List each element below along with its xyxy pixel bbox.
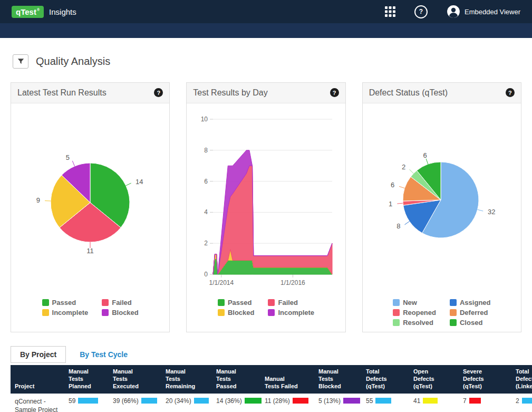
legend-swatch <box>450 309 457 316</box>
legend-swatch <box>450 299 457 306</box>
legend-label: Resolved <box>403 319 433 327</box>
card-latest-test-run-results: Latest Test Run Results ? 141195 PassedF… <box>11 82 170 332</box>
legend-item-reopened[interactable]: Reopened <box>393 309 436 317</box>
table-header-row: ProjectManual Tests PlannedManual Tests … <box>11 365 532 394</box>
legend-item-failed[interactable]: Failed <box>268 299 298 306</box>
brand-group: qTest® Insights <box>12 6 76 18</box>
legend-item-incomplete[interactable]: Incomplete <box>42 309 89 317</box>
pie-value-label: 1 <box>389 199 392 207</box>
qtest-logo[interactable]: qTest® <box>12 6 44 18</box>
tab-by-test-cycle[interactable]: By Test Cycle <box>80 350 128 359</box>
legend-item-deferred[interactable]: Deferred <box>450 309 488 317</box>
legend-item-passed[interactable]: Passed <box>42 299 76 306</box>
legend-swatch <box>450 319 457 326</box>
metric-value: 59 <box>69 397 75 405</box>
legend-item-blocked[interactable]: Blocked <box>218 309 255 317</box>
legend-item-failed[interactable]: Failed <box>102 299 132 306</box>
metric-cell: 39 (66%) <box>109 394 161 412</box>
card-help-icon[interactable]: ? <box>506 88 515 97</box>
metric-bar <box>375 398 391 404</box>
card-help-icon[interactable]: ? <box>330 88 339 97</box>
card-title: Latest Test Run Results <box>17 88 107 98</box>
legend-item-closed[interactable]: Closed <box>450 319 482 327</box>
column-header: Total Defects (qTest) <box>362 365 409 394</box>
legend-swatch <box>102 309 109 316</box>
metric-cell: 55 <box>362 394 409 412</box>
legend-item-new[interactable]: New <box>393 299 417 306</box>
nav-help-icon[interactable]: ? <box>414 5 428 18</box>
metric-cell: 59 <box>64 394 109 412</box>
column-header: Manual Tests Blocked <box>314 365 362 394</box>
table-body: qConnect - Sample Project5939 (66%)20 (3… <box>11 394 532 412</box>
metric-bar <box>293 398 308 404</box>
registered-mark: ® <box>37 8 40 12</box>
pie-label-connector <box>426 159 428 164</box>
column-header: Manual Tests Remaining <box>161 365 212 394</box>
legend-item-passed[interactable]: Passed <box>218 299 252 306</box>
secondary-navbar <box>0 23 532 38</box>
metric-value: 55 <box>366 397 373 405</box>
user-name: Embedded Viewer <box>465 8 520 16</box>
metric-bar <box>245 398 262 404</box>
filter-button[interactable] <box>13 54 28 69</box>
metric-bar <box>343 398 360 404</box>
legend-label: Passed <box>228 299 252 306</box>
apps-grid-icon[interactable] <box>385 6 395 17</box>
chart-legend: PassedFailedIncompleteBlocked <box>42 299 139 317</box>
metric-cell: 14 (36%) <box>212 394 260 412</box>
legend-label: Blocked <box>228 309 255 317</box>
metric-value: 14 (36%) <box>216 397 242 405</box>
metric-cell: 20 (34%) <box>161 394 212 412</box>
metric-cell: 2 <box>511 394 532 412</box>
pie-value-label: 6 <box>391 181 394 189</box>
project-metrics-table: ProjectManual Tests PlannedManual Tests … <box>11 365 532 412</box>
metric-value: 2 <box>516 397 519 405</box>
column-header: Manual Tests Planned <box>64 365 109 394</box>
navbar-actions: ? Embedded Viewer <box>385 5 520 18</box>
pie-value-label: 32 <box>488 207 495 215</box>
pie-label-connector <box>409 169 413 174</box>
pie-label-connector <box>404 221 409 224</box>
tab-by-project[interactable]: By Project <box>11 346 66 363</box>
legend-swatch <box>268 309 275 316</box>
pie-value-label: 6 <box>423 151 427 159</box>
y-axis-label: 2 <box>205 239 208 247</box>
legend-label: Failed <box>278 299 298 306</box>
y-axis-label: 6 <box>205 177 208 185</box>
funnel-icon <box>17 58 24 65</box>
legend-swatch <box>268 299 275 306</box>
pie-value-label: 9 <box>36 196 40 204</box>
user-menu[interactable]: Embedded Viewer <box>447 5 520 18</box>
legend-label: New <box>403 299 417 306</box>
column-header: Project <box>11 365 64 394</box>
column-header: Open Defects (qTest) <box>409 365 459 394</box>
legend-swatch <box>42 309 49 316</box>
card-help-icon[interactable]: ? <box>154 88 163 97</box>
pie-value-label: 8 <box>396 222 400 230</box>
metric-value: 11 (28%) <box>265 397 290 405</box>
legend-label: Failed <box>112 299 132 306</box>
metric-value: 7 <box>463 397 467 405</box>
metric-value: 5 (13%) <box>318 397 341 405</box>
legend-wrap: PassedFailedBlockedIncomplete <box>187 299 345 317</box>
legend-wrap: PassedFailedIncompleteBlocked <box>11 299 169 317</box>
metric-cell: 11 (28%) <box>260 394 314 412</box>
legend-label: Blocked <box>112 309 139 317</box>
metric-bar <box>141 398 157 404</box>
y-axis-label: 0 <box>205 271 208 278</box>
project-name-cell: qConnect - Sample Project <box>11 394 64 412</box>
legend-item-assigned[interactable]: Assigned <box>450 299 491 306</box>
legend-swatch <box>393 309 400 316</box>
legend-label: Incomplete <box>278 309 314 317</box>
pie-chart-defect-status: 3281626 <box>363 103 521 291</box>
chart-legend: PassedFailedBlockedIncomplete <box>218 299 314 317</box>
column-header: Total Defects (Linked) <box>511 365 532 394</box>
legend-swatch <box>393 319 400 326</box>
legend-item-incomplete[interactable]: Incomplete <box>268 309 314 317</box>
legend-swatch <box>393 299 400 306</box>
legend-swatch <box>218 309 225 316</box>
legend-item-blocked[interactable]: Blocked <box>102 309 139 317</box>
pie-value-label: 2 <box>402 163 405 171</box>
legend-item-resolved[interactable]: Resolved <box>393 319 433 327</box>
avatar-icon <box>447 5 460 18</box>
